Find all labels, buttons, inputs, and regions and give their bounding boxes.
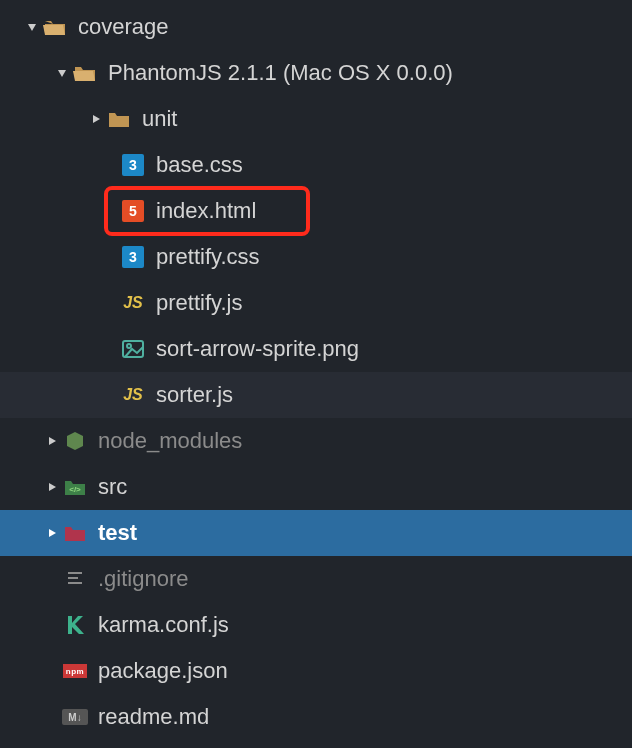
chevron-right-icon [44, 436, 60, 446]
file-label: sorter.js [156, 382, 233, 408]
chevron-right-icon [88, 114, 104, 124]
folder-closed-icon [106, 106, 132, 132]
file-label: prettify.js [156, 290, 242, 316]
folder-open-icon [42, 14, 68, 40]
karma-icon [62, 612, 88, 638]
file-label: base.css [156, 152, 243, 178]
folder-unit[interactable]: unit [0, 96, 632, 142]
chevron-right-icon [44, 482, 60, 492]
chevron-down-icon [54, 68, 70, 78]
file-label: package.json [98, 658, 228, 684]
folder-src[interactable]: </> src [0, 464, 632, 510]
html-icon: 5 [120, 198, 146, 224]
npm-icon: npm [62, 658, 88, 684]
file-webpack-config[interactable]: webpack.config.js [0, 740, 632, 748]
folder-label: unit [142, 106, 177, 132]
file-prettify-js[interactable]: JS prettify.js [0, 280, 632, 326]
folder-label: coverage [78, 14, 169, 40]
file-tree: coverage PhantomJS 2.1.1 (Mac OS X 0.0.0… [0, 0, 632, 748]
file-label: sort-arrow-sprite.png [156, 336, 359, 362]
file-readme-md[interactable]: M↓ readme.md [0, 694, 632, 740]
file-base-css[interactable]: 3 base.css [0, 142, 632, 188]
folder-label: test [98, 520, 137, 546]
file-label: index.html [156, 198, 256, 224]
folder-node-modules[interactable]: node_modules [0, 418, 632, 464]
folder-label: node_modules [98, 428, 242, 454]
folder-open-icon [72, 60, 98, 86]
js-icon: JS [120, 382, 146, 408]
chevron-right-icon [44, 528, 60, 538]
file-label: .gitignore [98, 566, 189, 592]
chevron-down-icon [24, 22, 40, 32]
file-karma-conf[interactable]: karma.conf.js [0, 602, 632, 648]
folder-label: PhantomJS 2.1.1 (Mac OS X 0.0.0) [108, 60, 453, 86]
file-index-html[interactable]: 5 index.html [0, 188, 632, 234]
folder-test[interactable]: test [0, 510, 632, 556]
src-folder-icon: </> [62, 474, 88, 500]
markdown-icon: M↓ [62, 704, 88, 730]
file-prettify-css[interactable]: 3 prettify.css [0, 234, 632, 280]
test-folder-icon [62, 520, 88, 546]
file-sort-arrow-sprite[interactable]: sort-arrow-sprite.png [0, 326, 632, 372]
folder-coverage[interactable]: coverage [0, 4, 632, 50]
svg-text:</>: </> [69, 485, 81, 494]
file-sorter-js[interactable]: JS sorter.js [0, 372, 632, 418]
file-label: prettify.css [156, 244, 260, 270]
folder-phantomjs[interactable]: PhantomJS 2.1.1 (Mac OS X 0.0.0) [0, 50, 632, 96]
file-package-json[interactable]: npm package.json [0, 648, 632, 694]
js-icon: JS [120, 290, 146, 316]
folder-label: src [98, 474, 127, 500]
text-lines-icon [62, 566, 88, 592]
css-icon: 3 [120, 152, 146, 178]
file-gitignore[interactable]: .gitignore [0, 556, 632, 602]
svg-point-1 [127, 344, 131, 348]
css-icon: 3 [120, 244, 146, 270]
file-label: readme.md [98, 704, 209, 730]
nodejs-folder-icon [62, 428, 88, 454]
file-label: karma.conf.js [98, 612, 229, 638]
image-icon [120, 336, 146, 362]
